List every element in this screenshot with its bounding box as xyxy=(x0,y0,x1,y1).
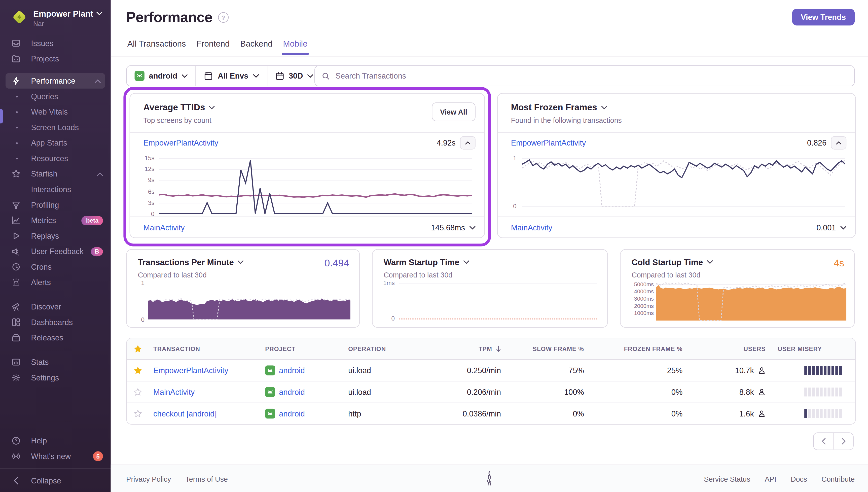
card-title[interactable]: Most Frozen Frames xyxy=(511,102,622,113)
column-header-users[interactable]: USERS xyxy=(687,345,770,352)
org-switcher[interactable]: Empower Plant Nar xyxy=(11,9,103,28)
sidebar-item-starfish[interactable]: Starfish xyxy=(0,166,111,182)
project-link[interactable]: android xyxy=(279,409,305,418)
tab-all-transactions[interactable]: All Transactions xyxy=(126,39,187,55)
project-filter-dropdown[interactable]: android xyxy=(127,66,196,86)
sidebar-item-replays[interactable]: Replays xyxy=(0,228,111,244)
y-axis-label: 0 xyxy=(138,316,145,323)
transaction-link[interactable]: EmpowerPlantActivity xyxy=(153,366,228,375)
docs-link[interactable]: Docs xyxy=(791,475,807,483)
column-header-tpm[interactable]: TPM xyxy=(421,345,505,352)
sidebar-item-projects[interactable]: Projects xyxy=(0,51,111,67)
sidebar-item-interactions[interactable]: Interactions xyxy=(0,181,111,197)
service-status-link[interactable]: Service Status xyxy=(704,475,750,483)
chevron-left-icon xyxy=(821,438,826,444)
star-outline-icon[interactable] xyxy=(133,388,142,396)
project-link[interactable]: android xyxy=(279,388,305,396)
column-header-frozen-frame[interactable]: FROZEN FRAME % xyxy=(589,345,687,352)
sidebar-item-screen-loads[interactable]: Screen Loads xyxy=(0,120,111,135)
sidebar-item-whats-new[interactable]: What's new 5 xyxy=(0,448,111,464)
column-header-slow-frame[interactable]: SLOW FRAME % xyxy=(506,345,589,352)
date-range-dropdown[interactable]: 30D xyxy=(266,66,321,86)
sidebar-item-app-starts[interactable]: App Starts xyxy=(0,135,111,151)
sidebar-item-performance[interactable]: Performance xyxy=(5,73,105,89)
sidebar-item-help[interactable]: Help xyxy=(0,433,111,449)
environment-filter-dropdown[interactable]: All Envs xyxy=(196,66,266,86)
column-header-project[interactable]: PROJECT xyxy=(261,345,344,352)
transaction-link[interactable]: EmpowerPlantActivity xyxy=(511,139,586,147)
view-trends-button[interactable]: View Trends xyxy=(792,9,854,25)
sidebar-item-queries[interactable]: Queries xyxy=(0,89,111,104)
project-link[interactable]: android xyxy=(279,366,305,375)
sidebar-item-label: Performance xyxy=(31,76,75,85)
expand-chart-button[interactable] xyxy=(840,226,846,229)
users-cell: 8.8k xyxy=(687,388,770,396)
date-range-value: 30D xyxy=(289,72,303,80)
card-title[interactable]: Warm Startup Time xyxy=(384,257,469,267)
most-frozen-frames-card: Most Frozen Frames Found in the followin… xyxy=(497,93,856,238)
chevron-down-icon xyxy=(238,260,244,264)
metric-value: 0.826 xyxy=(807,139,826,147)
search-transactions-input[interactable] xyxy=(334,71,847,81)
transaction-link[interactable]: MainActivity xyxy=(144,223,185,232)
sidebar-item-discover[interactable]: Discover xyxy=(0,299,111,315)
star-filled-icon[interactable] xyxy=(133,344,142,353)
collapse-chart-button[interactable] xyxy=(460,136,476,150)
window-icon xyxy=(204,71,213,80)
sidebar-item-dashboards[interactable]: Dashboards xyxy=(0,315,111,330)
sidebar-item-user-feedback[interactable]: User Feedback B xyxy=(0,244,111,259)
chevron-up-icon xyxy=(97,172,103,176)
next-page-button[interactable] xyxy=(833,433,853,450)
footer: Privacy Policy Terms of Use Service Stat… xyxy=(111,465,868,492)
transaction-link[interactable]: MainActivity xyxy=(511,223,552,232)
api-link[interactable]: API xyxy=(765,475,776,483)
sidebar-item-metrics[interactable]: Metrics beta xyxy=(0,213,111,228)
y-axis-label: 12s xyxy=(138,166,155,172)
org-name: Empower Plant xyxy=(33,9,93,18)
column-header-user-misery[interactable]: USER MISERY xyxy=(770,345,856,352)
sidebar-item-label: Starfish xyxy=(31,169,57,178)
y-axis-label: 0 xyxy=(507,203,516,209)
card-title[interactable]: Transactions Per Minute xyxy=(138,257,244,267)
chevron-up-icon xyxy=(836,141,841,145)
sidebar-item-profiling[interactable]: Profiling xyxy=(0,197,111,213)
card-title[interactable]: Average TTIDs xyxy=(144,102,215,113)
card-title[interactable]: Cold Startup Time xyxy=(632,257,713,267)
column-header-transaction[interactable]: TRANSACTION xyxy=(149,345,261,352)
sidebar-item-label: Stats xyxy=(31,358,49,367)
sidebar-item-web-vitals[interactable]: Web Vitals xyxy=(0,104,111,120)
sidebar-item-crons[interactable]: Crons xyxy=(0,259,111,275)
sidebar-collapse-button[interactable]: Collapse xyxy=(0,468,111,492)
transaction-link[interactable]: EmpowerPlantActivity xyxy=(144,139,219,147)
star-outline-icon[interactable] xyxy=(133,409,142,418)
slow-frame-cell: 0% xyxy=(506,409,589,418)
expand-chart-button[interactable] xyxy=(469,226,476,229)
sort-desc-icon xyxy=(496,345,501,352)
star-filled-icon[interactable] xyxy=(133,366,142,375)
tab-mobile[interactable]: Mobile xyxy=(282,39,309,55)
sidebar-item-issues[interactable]: Issues xyxy=(0,35,111,51)
sidebar-item-label: Dashboards xyxy=(31,318,73,326)
tab-frontend[interactable]: Frontend xyxy=(195,39,231,55)
sidebar-item-settings[interactable]: Settings xyxy=(0,370,111,386)
sidebar-item-alerts[interactable]: Alerts xyxy=(0,275,111,290)
column-header-operation[interactable]: OPERATION xyxy=(344,345,422,352)
sidebar-item-label: Profiling xyxy=(31,200,59,209)
contribute-link[interactable]: Contribute xyxy=(821,475,854,483)
previous-page-button[interactable] xyxy=(814,433,833,450)
transaction-link[interactable]: checkout [android] xyxy=(153,409,217,418)
tpm-cell: 0.0386/min xyxy=(421,409,505,418)
collapse-chart-button[interactable] xyxy=(831,136,847,150)
tab-backend[interactable]: Backend xyxy=(239,39,274,55)
sidebar-item-releases[interactable]: Releases xyxy=(0,330,111,346)
help-tooltip-icon[interactable]: ? xyxy=(218,12,229,23)
chevron-up-icon xyxy=(95,79,101,82)
view-all-button[interactable]: View All xyxy=(432,102,476,121)
privacy-policy-link[interactable]: Privacy Policy xyxy=(126,475,171,483)
sidebar-item-resources[interactable]: Resources xyxy=(0,151,111,166)
user-icon xyxy=(758,388,766,396)
transaction-link[interactable]: MainActivity xyxy=(153,388,195,396)
sidebar-item-stats[interactable]: Stats xyxy=(0,354,111,370)
help-icon xyxy=(11,436,21,446)
terms-of-use-link[interactable]: Terms of Use xyxy=(185,475,228,483)
